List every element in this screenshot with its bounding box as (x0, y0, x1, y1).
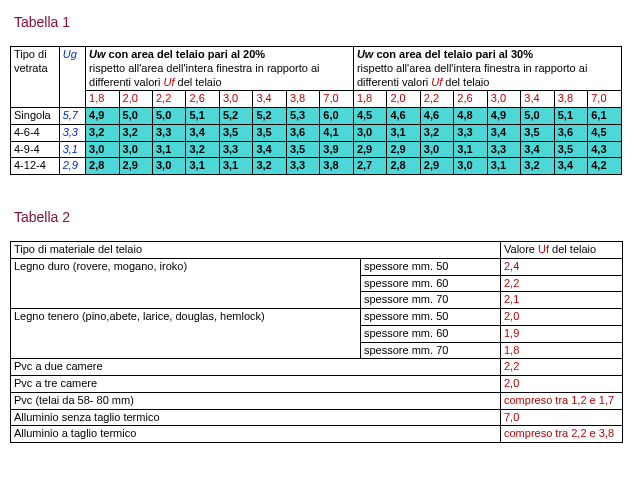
t2-val-cell: 7,0 (501, 409, 623, 426)
table2-caption: Tabella 2 (14, 209, 622, 225)
t2-val-cell: 2,0 (501, 309, 623, 326)
t1-uf30-col: 2,0 (387, 91, 420, 108)
t1-val30-cell: 3,4 (554, 158, 587, 175)
t1-val20-cell: 5,0 (119, 108, 152, 125)
t1-h-type: Tipo di vetrata (11, 47, 60, 108)
t1-ug-cell: 3,1 (59, 141, 85, 158)
t1-val30-cell: 3,2 (420, 124, 453, 141)
t1-val30-cell: 4,3 (588, 141, 622, 158)
t1-val30-cell: 4,5 (353, 108, 386, 125)
t1-val20-cell: 3,2 (253, 158, 286, 175)
t1-val20-cell: 3,1 (153, 141, 186, 158)
t2-sp-cell: spessore mm. 60 (361, 325, 501, 342)
t1-val20-cell: 3,1 (186, 158, 219, 175)
t1-val20-cell: 3,4 (186, 124, 219, 141)
t1-val20-cell: 3,4 (253, 141, 286, 158)
t1-val30-cell: 2,9 (353, 141, 386, 158)
t1-val30-cell: 3,6 (554, 124, 587, 141)
t1-val30-cell: 2,9 (387, 141, 420, 158)
t1-val20-cell: 3,5 (253, 124, 286, 141)
t2-mat-cell: Alluminio a taglio termico (11, 426, 501, 443)
table2: Tipo di materiale del telaioValore Uf de… (10, 241, 623, 443)
t1-val30-cell: 3,1 (387, 124, 420, 141)
t1-uf30-col: 3,8 (554, 91, 587, 108)
t2-val-cell: 2,4 (501, 258, 623, 275)
t1-val20-cell: 5,2 (219, 108, 252, 125)
t1-val20-cell: 6,0 (320, 108, 354, 125)
t1-val20-cell: 4,9 (86, 108, 119, 125)
t1-type-cell: 4-12-4 (11, 158, 60, 175)
t2-val-cell: 2,1 (501, 292, 623, 309)
t1-val20-cell: 3,2 (86, 124, 119, 141)
t2-sp-cell: spessore mm. 60 (361, 275, 501, 292)
t1-val30-cell: 3,0 (420, 141, 453, 158)
t1-uf20-col: 7,0 (320, 91, 354, 108)
t1-val20-cell: 3,6 (286, 124, 319, 141)
t1-val20-cell: 5,0 (153, 108, 186, 125)
t1-val30-cell: 3,0 (353, 124, 386, 141)
table1: Tipo di vetrataUgUw con area del telaio … (10, 46, 622, 175)
table1-caption: Tabella 1 (14, 14, 622, 30)
t1-uf30-col: 7,0 (588, 91, 622, 108)
t1-val20-cell: 3,5 (219, 124, 252, 141)
t1-val20-cell: 3,2 (119, 124, 152, 141)
t2-val-cell: 1,9 (501, 325, 623, 342)
t1-h-uw30: Uw con area del telaio pari al 30%rispet… (353, 47, 621, 91)
t2-val-cell: 2,2 (501, 275, 623, 292)
t1-ug-cell: 5,7 (59, 108, 85, 125)
t1-ug-cell: 2,9 (59, 158, 85, 175)
t1-val30-cell: 3,0 (454, 158, 487, 175)
t2-sp-cell: spessore mm. 50 (361, 258, 501, 275)
t1-type-cell: Singola (11, 108, 60, 125)
t1-val20-cell: 3,3 (153, 124, 186, 141)
t1-uf20-col: 1,8 (86, 91, 119, 108)
t2-mat-cell: Alluminio senza taglio termico (11, 409, 501, 426)
t1-val30-cell: 3,1 (487, 158, 520, 175)
t2-h-mat: Tipo di materiale del telaio (11, 242, 501, 259)
t1-val30-cell: 4,6 (420, 108, 453, 125)
t1-val30-cell: 3,3 (454, 124, 487, 141)
t1-h-uw20: Uw con area del telaio pari al 20%rispet… (86, 47, 354, 91)
t1-uf20-col: 2,6 (186, 91, 219, 108)
t2-val-cell: 2,2 (501, 359, 623, 376)
t2-h-val: Valore Uf del telaio (501, 242, 623, 259)
t1-val20-cell: 3,8 (320, 158, 354, 175)
t1-ug-cell: 3,3 (59, 124, 85, 141)
t1-val30-cell: 5,0 (521, 108, 554, 125)
t1-val30-cell: 3,1 (454, 141, 487, 158)
t1-val20-cell: 3,3 (219, 141, 252, 158)
t1-val20-cell: 3,0 (86, 141, 119, 158)
t2-val-cell: compreso tra 1,2 e 1,7 (501, 392, 623, 409)
t1-val30-cell: 3,2 (521, 158, 554, 175)
t1-val30-cell: 3,4 (487, 124, 520, 141)
t1-val20-cell: 3,2 (186, 141, 219, 158)
t1-val20-cell: 3,9 (320, 141, 354, 158)
t2-mat-cell: Legno tenero (pino,abete, larice, dougla… (11, 309, 361, 359)
t1-val30-cell: 3,3 (487, 141, 520, 158)
t1-uf30-col: 2,6 (454, 91, 487, 108)
t1-val30-cell: 4,5 (588, 124, 622, 141)
t1-type-cell: 4-9-4 (11, 141, 60, 158)
t2-val-cell: 2,0 (501, 376, 623, 393)
t1-val20-cell: 2,8 (86, 158, 119, 175)
t1-val30-cell: 2,9 (420, 158, 453, 175)
t2-mat-cell: Pvc a due camere (11, 359, 501, 376)
t1-val20-cell: 5,3 (286, 108, 319, 125)
t1-uf30-col: 1,8 (353, 91, 386, 108)
t2-val-cell: 1,8 (501, 342, 623, 359)
t1-h-ug: Ug (59, 47, 85, 108)
t2-mat-cell: Pvc (telai da 58- 80 mm) (11, 392, 501, 409)
t1-uf20-col: 3,4 (253, 91, 286, 108)
t2-sp-cell: spessore mm. 70 (361, 292, 501, 309)
t1-val20-cell: 2,9 (119, 158, 152, 175)
t1-uf20-col: 2,0 (119, 91, 152, 108)
t1-val30-cell: 2,7 (353, 158, 386, 175)
t2-mat-cell: Pvc a tre camere (11, 376, 501, 393)
t1-type-cell: 4-6-4 (11, 124, 60, 141)
t1-val20-cell: 5,1 (186, 108, 219, 125)
t1-uf20-col: 3,0 (219, 91, 252, 108)
t1-val30-cell: 4,8 (454, 108, 487, 125)
t2-mat-cell: Legno duro (rovere, mogano, iroko) (11, 258, 361, 308)
t1-val30-cell: 4,2 (588, 158, 622, 175)
t1-val30-cell: 2,8 (387, 158, 420, 175)
